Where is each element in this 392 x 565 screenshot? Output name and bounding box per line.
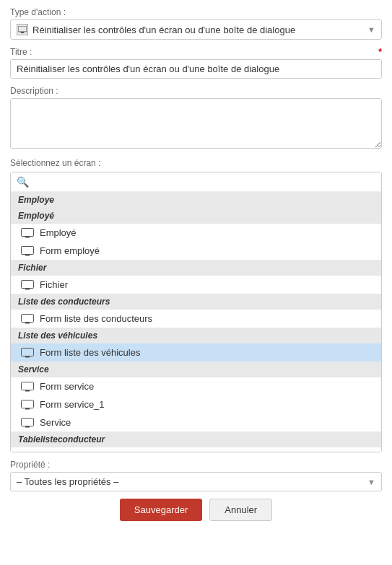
screen-list: Employe Employé Employé — [11, 192, 381, 452]
group-header-employe: Employe — [11, 192, 381, 208]
group-header-conducteurs: Liste des conducteurs — [11, 294, 381, 310]
list-item[interactable]: Service — [11, 413, 381, 432]
list-item[interactable]: Form liste des conducteurs — [11, 310, 381, 328]
svg-rect-11 — [25, 356, 30, 357]
action-type-icon — [17, 24, 28, 35]
property-label: Propriété : — [10, 460, 382, 470]
search-input-row: 🔍 — [11, 172, 381, 192]
monitor-icon — [21, 246, 34, 256]
svg-rect-10 — [22, 348, 34, 356]
group-header-vehicules: Liste des véhicules — [11, 328, 381, 343]
title-field: Titre : * — [10, 47, 382, 79]
list-item[interactable]: Fichier — [11, 276, 381, 294]
property-select[interactable]: – Toutes les propriétés – ▼ — [10, 472, 382, 491]
group-header-service: Service — [11, 362, 381, 377]
monitor-icon — [21, 418, 34, 428]
svg-rect-5 — [25, 254, 30, 255]
title-input[interactable] — [10, 59, 382, 79]
select-screen-label: Sélectionnez un écran : — [10, 158, 382, 168]
action-type-label: Type d'action : — [10, 7, 382, 17]
monitor-icon — [21, 348, 34, 358]
action-type-dropdown-arrow: ▼ — [367, 25, 375, 34]
group-header-fichier: Fichier — [11, 260, 381, 276]
svg-rect-4 — [22, 246, 34, 254]
action-type-select[interactable]: Réinitialiser les contrôles d'un écran o… — [10, 19, 382, 40]
monitor-icon — [21, 228, 34, 238]
svg-rect-0 — [18, 26, 27, 32]
svg-rect-2 — [22, 228, 34, 236]
property-dropdown-arrow: ▼ — [367, 478, 375, 486]
list-item-selected[interactable]: Form liste des véhicules — [11, 343, 381, 362]
svg-rect-15 — [25, 408, 30, 409]
cancel-button[interactable]: Annuler — [209, 499, 272, 521]
title-label: Titre : — [10, 47, 32, 57]
monitor-icon — [21, 382, 34, 392]
list-item[interactable]: Employé — [11, 224, 381, 242]
description-input[interactable] — [10, 98, 382, 149]
svg-rect-1 — [21, 32, 24, 33]
screen-search-box: 🔍 Employe Employé Employé — [10, 172, 382, 452]
monitor-icon — [21, 452, 34, 452]
description-label: Description : — [10, 86, 382, 96]
action-type-field: Type d'action : Réinitialiser les contrô… — [10, 7, 382, 40]
property-value: – Toutes les propriétés – — [17, 476, 118, 487]
save-button[interactable]: Sauvegarder — [120, 499, 202, 521]
screen-search-input[interactable] — [32, 177, 375, 188]
list-item[interactable]: Form service_1 — [11, 395, 381, 413]
buttons-row: Sauvegarder Annuler — [10, 499, 382, 521]
description-field: Description : — [10, 86, 382, 151]
svg-rect-16 — [22, 418, 34, 426]
group-header-tablelisteconducteur: Tablelisteconducteur — [11, 432, 381, 447]
select-screen-field: Sélectionnez un écran : 🔍 Employe Employ… — [10, 158, 382, 452]
title-required: * — [378, 47, 382, 57]
svg-rect-13 — [25, 390, 30, 391]
svg-rect-14 — [22, 400, 34, 408]
property-field: Propriété : – Toutes les propriétés – ▼ — [10, 460, 382, 491]
svg-rect-12 — [22, 382, 34, 390]
svg-rect-8 — [22, 314, 34, 322]
svg-rect-3 — [25, 236, 30, 237]
monitor-icon — [21, 280, 34, 290]
list-item[interactable]: Form service — [11, 377, 381, 395]
monitor-icon — [21, 400, 34, 410]
list-item[interactable]: Form employé — [11, 242, 381, 260]
search-icon: 🔍 — [17, 176, 29, 188]
action-type-value: Réinitialiser les contrôles d'un écran o… — [32, 25, 295, 35]
list-item[interactable]: Form tablelisteconducteur — [11, 447, 381, 452]
monitor-icon — [21, 314, 34, 324]
svg-rect-9 — [25, 322, 30, 323]
svg-rect-6 — [22, 280, 34, 288]
title-label-row: Titre : * — [10, 47, 382, 57]
svg-rect-17 — [25, 426, 30, 427]
group-header-employe2: Employé — [11, 208, 381, 224]
svg-rect-7 — [25, 288, 30, 289]
